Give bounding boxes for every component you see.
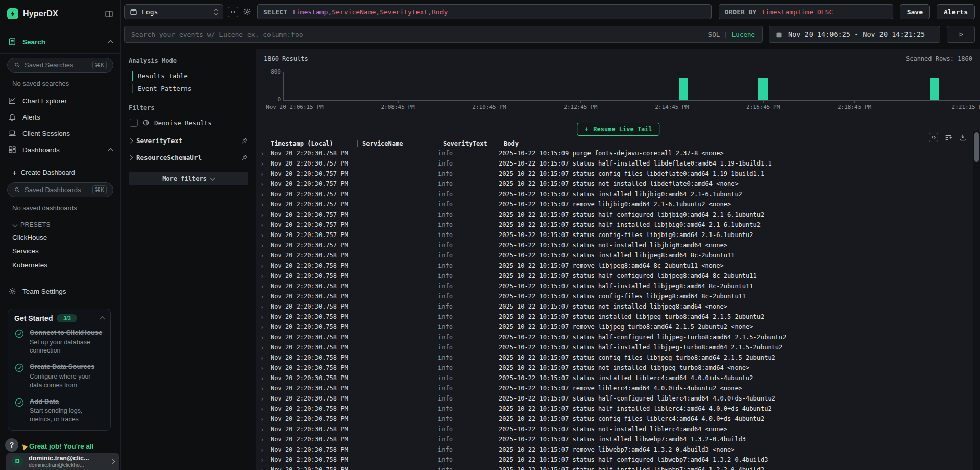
presets-toggle[interactable]: PRESETS	[0, 217, 120, 230]
denoise-results-toggle[interactable]: Denoise Results	[129, 116, 248, 128]
log-row[interactable]: ›Nov 20 2:20:30.758 PMinfo2025-10-22 10:…	[259, 444, 972, 455]
row-timestamp: Nov 20 2:20:30.758 PM	[271, 466, 357, 470]
pin-icon[interactable]	[241, 137, 248, 145]
log-row[interactable]: ›Nov 20 2:20:30.758 PMinfo2025-10-22 10:…	[259, 148, 972, 158]
row-timestamp: Nov 20 2:20:30.757 PM	[271, 242, 357, 249]
events-histogram[interactable]: Nov 20 2:06:15 PM2:08:45 PM2:10:45 PM2:1…	[283, 72, 980, 101]
create-dashboard-label: Create Dashboard	[21, 169, 75, 176]
log-row[interactable]: ›Nov 20 2:20:30.758 PMinfo2025-10-22 10:…	[259, 322, 972, 332]
logo-row: HyperDX	[0, 0, 120, 25]
column-separator[interactable]	[438, 140, 438, 147]
col-header-servicename[interactable]: ServiceName	[357, 140, 438, 147]
column-separator[interactable]	[499, 140, 499, 147]
sidebar-item-dashboards[interactable]: Dashboards	[0, 142, 120, 158]
log-row[interactable]: ›Nov 20 2:20:30.758 PMinfo2025-10-22 10:…	[259, 291, 972, 301]
filter-field-severitytext[interactable]: SeverityText	[129, 137, 248, 145]
saved-searches-input[interactable]: Saved Searches ⌘K	[7, 58, 113, 73]
log-row[interactable]: ›Nov 20 2:20:30.757 PMinfo2025-10-22 10:…	[259, 169, 972, 179]
mode-results-table[interactable]: Results Table	[129, 69, 248, 82]
saved-searches-placeholder: Saved Searches	[24, 61, 88, 69]
column-separator[interactable]	[357, 140, 358, 147]
lang-sql-option[interactable]: SQL	[708, 31, 720, 38]
log-row[interactable]: ›Nov 20 2:20:30.758 PMinfo2025-10-22 10:…	[259, 434, 972, 444]
party-icon	[20, 442, 28, 450]
mode-event-patterns[interactable]: Event Patterns	[129, 82, 248, 95]
sidebar-item-search[interactable]: Search	[0, 34, 120, 50]
avatar: D	[11, 455, 23, 467]
event-search-box[interactable]: SQL | Lucene	[124, 26, 763, 43]
row-timestamp: Nov 20 2:20:30.758 PM	[271, 283, 357, 290]
create-dashboard-button[interactable]: + Create Dashboard	[0, 165, 120, 178]
source-select[interactable]: Logs	[124, 4, 223, 19]
denoise-checkbox[interactable]	[130, 119, 138, 127]
row-timestamp: Nov 20 2:20:30.757 PM	[271, 231, 357, 239]
log-row[interactable]: ›Nov 20 2:20:30.758 PMinfo2025-10-22 10:…	[259, 404, 972, 414]
chevron-up-icon[interactable]	[100, 317, 105, 322]
log-row[interactable]: ›Nov 20 2:20:30.757 PMinfo2025-10-22 10:…	[259, 230, 972, 240]
filter-field-resourceschemaurl[interactable]: ResourceSchemaUrl	[129, 154, 248, 161]
save-button[interactable]: Save	[900, 4, 930, 19]
log-row[interactable]: ›Nov 20 2:20:30.758 PMinfo2025-10-22 10:…	[259, 332, 972, 342]
run-query-button[interactable]	[947, 26, 975, 43]
search-input[interactable]	[130, 30, 701, 39]
col-header-severitytext[interactable]: SeverityText	[438, 140, 499, 147]
get-started-step-add-data: Add Data Start sending logs, metrics, or…	[14, 396, 104, 424]
log-row[interactable]: ›Nov 20 2:20:30.758 PMinfo2025-10-22 10:…	[259, 312, 972, 322]
order-by-input[interactable]: ORDER BY TimestampTime DESC	[719, 4, 893, 19]
sidebar-item-chart-explorer[interactable]: Chart Explorer	[0, 92, 120, 109]
expand-row-icon: ›	[259, 283, 271, 290]
scrollbar-thumb[interactable]	[974, 132, 979, 162]
log-row[interactable]: ›Nov 20 2:20:30.758 PMinfo2025-10-22 10:…	[259, 250, 972, 261]
collapse-sidebar-icon[interactable]	[105, 10, 113, 18]
preset-clickhouse[interactable]: ClickHouse	[0, 230, 120, 244]
row-timestamp: Nov 20 2:20:30.758 PM	[271, 272, 357, 279]
help-button[interactable]: ?	[5, 438, 18, 452]
log-row[interactable]: ›Nov 20 2:20:30.758 PMinfo2025-10-22 10:…	[259, 373, 972, 383]
row-body: 2025-10-22 10:15:07 status half-installe…	[499, 283, 972, 290]
log-row[interactable]: ›Nov 20 2:20:30.758 PMinfo2025-10-22 10:…	[259, 465, 972, 470]
col-header-body[interactable]: Body	[499, 140, 972, 147]
denoise-label: Denoise Results	[154, 119, 212, 127]
sidebar-item-alerts[interactable]: Alerts	[0, 109, 120, 125]
log-row[interactable]: ›Nov 20 2:20:30.758 PMinfo2025-10-22 10:…	[259, 281, 972, 291]
log-row[interactable]: ›Nov 20 2:20:30.757 PMinfo2025-10-22 10:…	[259, 209, 972, 220]
log-row[interactable]: ›Nov 20 2:20:30.758 PMinfo2025-10-22 10:…	[259, 414, 972, 424]
log-row[interactable]: ›Nov 20 2:20:30.758 PMinfo2025-10-22 10:…	[259, 393, 972, 404]
preset-services[interactable]: Services	[0, 244, 120, 258]
more-filters-button[interactable]: More filters	[129, 172, 248, 185]
row-severity: info	[438, 385, 499, 392]
sql-editor-icon[interactable]	[228, 7, 238, 17]
lang-lucene-option[interactable]: Lucene	[732, 31, 755, 38]
log-row[interactable]: ›Nov 20 2:20:30.758 PMinfo2025-10-22 10:…	[259, 363, 972, 373]
log-row[interactable]: ›Nov 20 2:20:30.758 PMinfo2025-10-22 10:…	[259, 455, 972, 465]
log-row[interactable]: ›Nov 20 2:20:30.758 PMinfo2025-10-22 10:…	[259, 271, 972, 281]
vertical-scrollbar[interactable]	[973, 131, 980, 470]
log-row[interactable]: ›Nov 20 2:20:30.758 PMinfo2025-10-22 10:…	[259, 353, 972, 363]
log-row[interactable]: ›Nov 20 2:20:30.757 PMinfo2025-10-22 10:…	[259, 189, 972, 199]
resume-live-tail-button[interactable]: Resume Live Tail	[577, 123, 659, 136]
user-menu[interactable]: D dominic.tran@clic... dominic.tran@clic…	[6, 453, 119, 470]
log-row[interactable]: ›Nov 20 2:20:30.758 PMinfo2025-10-22 10:…	[259, 383, 972, 393]
log-row[interactable]: ›Nov 20 2:20:30.757 PMinfo2025-10-22 10:…	[259, 179, 972, 189]
pin-icon[interactable]	[241, 154, 248, 161]
select-columns-input[interactable]: SELECT Timestamp,ServiceName,SeverityTex…	[257, 4, 712, 19]
alerts-button[interactable]: Alerts	[937, 4, 975, 19]
log-row[interactable]: ›Nov 20 2:20:30.758 PMinfo2025-10-22 10:…	[259, 301, 972, 312]
saved-dashboards-input[interactable]: Saved Dashboards ⌘K	[7, 182, 113, 197]
time-range-picker[interactable]: Nov 20 14:06:25 - Nov 20 14:21:25	[769, 26, 940, 43]
log-row[interactable]: ›Nov 20 2:20:30.758 PMinfo2025-10-22 10:…	[259, 342, 972, 353]
row-body: 2025-10-22 10:15:07 status not-installed…	[499, 364, 972, 371]
x-axis-tick-label: 2:18:45 PM	[838, 104, 871, 110]
log-row[interactable]: ›Nov 20 2:20:30.757 PMinfo2025-10-22 10:…	[259, 220, 972, 230]
log-row[interactable]: ›Nov 20 2:20:30.757 PMinfo2025-10-22 10:…	[259, 199, 972, 209]
sidebar-item-team-settings[interactable]: Team Settings	[0, 283, 120, 299]
sidebar-item-client-sessions[interactable]: Client Sessions	[0, 125, 120, 142]
source-settings-gear-icon[interactable]	[243, 8, 251, 16]
log-row[interactable]: ›Nov 20 2:20:30.758 PMinfo2025-10-22 10:…	[259, 261, 972, 271]
log-row[interactable]: ›Nov 20 2:20:30.757 PMinfo2025-10-22 10:…	[259, 240, 972, 250]
log-row[interactable]: ›Nov 20 2:20:30.758 PMinfo2025-10-22 10:…	[259, 424, 972, 434]
log-row[interactable]: ›Nov 20 2:20:30.757 PMinfo2025-10-22 10:…	[259, 158, 972, 169]
hyperdx-logo-icon	[7, 8, 18, 19]
col-header-timestamp[interactable]: Timestamp (Local)	[271, 140, 357, 147]
preset-kubernetes[interactable]: Kubernetes	[0, 258, 120, 272]
